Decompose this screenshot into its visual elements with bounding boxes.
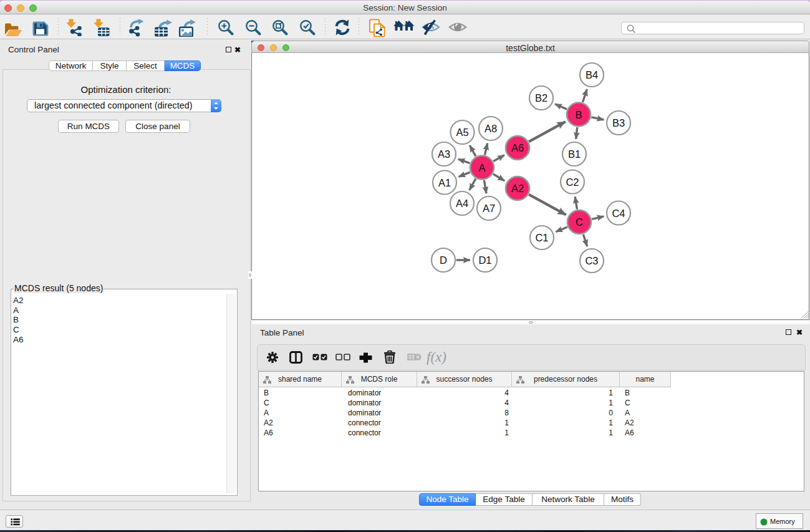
- svg-text:D1: D1: [478, 254, 491, 266]
- svg-text:A4: A4: [456, 198, 468, 209]
- svg-text:D: D: [440, 254, 447, 266]
- svg-text:B3: B3: [612, 117, 625, 128]
- svg-text:A3: A3: [438, 148, 450, 160]
- svg-text:B: B: [575, 109, 582, 120]
- svg-text:A2: A2: [511, 183, 524, 194]
- svg-text:A7: A7: [483, 203, 495, 214]
- svg-text:A6: A6: [511, 142, 524, 153]
- svg-text:A1: A1: [438, 177, 451, 188]
- svg-text:B2: B2: [535, 92, 547, 104]
- svg-text:C2: C2: [566, 177, 579, 188]
- svg-text:A5: A5: [456, 127, 468, 138]
- svg-text:C1: C1: [535, 232, 548, 243]
- svg-text:C3: C3: [585, 255, 598, 266]
- svg-text:C: C: [576, 216, 583, 228]
- svg-text:B1: B1: [568, 148, 581, 160]
- svg-text:A8: A8: [485, 123, 497, 134]
- svg-text:B4: B4: [586, 69, 598, 80]
- svg-text:C4: C4: [612, 208, 625, 219]
- svg-text:A: A: [478, 162, 485, 173]
